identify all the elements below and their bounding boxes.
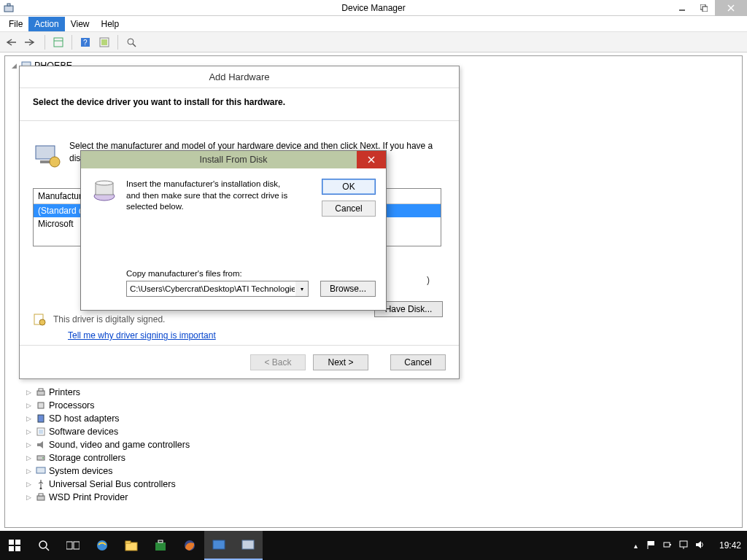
tree-item[interactable]: ▷ Printers bbox=[7, 386, 740, 399]
path-dropdown-icon[interactable]: ▾ bbox=[295, 281, 309, 297]
network-icon[interactable] bbox=[678, 540, 689, 551]
svg-rect-59 bbox=[670, 544, 671, 545]
usb-icon bbox=[35, 478, 47, 490]
taskbar-store-icon[interactable] bbox=[146, 531, 175, 560]
expand-icon[interactable]: ▷ bbox=[24, 454, 33, 462]
svg-rect-54 bbox=[213, 540, 225, 549]
tree-item[interactable]: ▷ Software devices bbox=[7, 425, 740, 438]
tree-item[interactable]: ▷ Universal Serial Bus controllers bbox=[7, 478, 740, 491]
ok-button[interactable]: OK bbox=[322, 179, 376, 195]
menu-file[interactable]: File bbox=[3, 17, 28, 31]
cpu-icon bbox=[35, 400, 47, 411]
svg-rect-50 bbox=[125, 541, 131, 543]
taskbar-firefox-icon[interactable] bbox=[175, 531, 204, 560]
cancel-button[interactable]: Cancel bbox=[322, 201, 376, 217]
taskbar-explorer-icon[interactable] bbox=[117, 531, 146, 560]
tree-item[interactable]: ▷ Storage controllers bbox=[7, 451, 740, 464]
maximize-button[interactable] bbox=[693, 0, 715, 16]
printer-icon bbox=[35, 386, 47, 398]
install-from-disk-dialog: Install From Disk Insert the manufacture… bbox=[80, 150, 387, 311]
tree-item[interactable]: ▷ System devices bbox=[7, 464, 740, 478]
wizard-heading: Select the device driver you want to ins… bbox=[33, 97, 446, 107]
window-titlebar: Device Manager bbox=[0, 0, 747, 16]
svg-point-34 bbox=[39, 319, 45, 325]
svg-marker-62 bbox=[696, 541, 701, 548]
flag-icon[interactable] bbox=[646, 540, 657, 551]
nav-back-icon[interactable] bbox=[4, 34, 20, 50]
path-input[interactable] bbox=[126, 281, 309, 297]
app-icon bbox=[3, 2, 15, 14]
expand-icon[interactable]: ▷ bbox=[24, 481, 33, 488]
svg-rect-0 bbox=[4, 6, 13, 12]
svg-rect-51 bbox=[155, 542, 166, 551]
tree-item[interactable]: ▷ SD host adapters bbox=[7, 412, 740, 425]
toolbar-help-icon[interactable]: ? bbox=[77, 34, 93, 50]
sound-icon bbox=[35, 439, 47, 451]
expand-icon[interactable]: ▷ bbox=[24, 494, 33, 501]
svg-rect-28 bbox=[37, 496, 44, 500]
expand-icon[interactable]: ▷ bbox=[24, 389, 33, 396]
start-button[interactable] bbox=[0, 531, 29, 560]
tree-label: Software devices bbox=[49, 427, 118, 437]
browse-button[interactable]: Browse... bbox=[320, 281, 376, 297]
task-view-icon[interactable] bbox=[58, 531, 88, 560]
svg-rect-46 bbox=[66, 542, 72, 549]
search-icon[interactable] bbox=[29, 531, 58, 560]
wizard-cancel-button[interactable]: Cancel bbox=[390, 354, 446, 370]
tree-item[interactable]: ▷ WSD Print Provider bbox=[7, 491, 740, 504]
svg-rect-7 bbox=[54, 38, 63, 47]
software-icon bbox=[35, 426, 47, 438]
minimize-button[interactable] bbox=[671, 0, 693, 16]
expand-icon[interactable]: ▷ bbox=[24, 441, 33, 448]
svg-rect-4 bbox=[703, 7, 708, 12]
storage-icon bbox=[35, 452, 47, 464]
certificate-icon bbox=[33, 313, 46, 326]
taskbar-ie-icon[interactable] bbox=[88, 531, 117, 560]
svg-rect-41 bbox=[15, 540, 20, 545]
menu-help[interactable]: Help bbox=[96, 17, 125, 31]
taskbar[interactable]: ▴ 19:42 bbox=[0, 531, 747, 560]
tree-label: Sound, video and game controllers bbox=[49, 440, 190, 450]
expand-icon[interactable]: ▷ bbox=[24, 428, 33, 435]
menu-view[interactable]: View bbox=[65, 17, 96, 31]
printer-icon bbox=[35, 491, 47, 503]
volume-icon[interactable] bbox=[694, 540, 705, 551]
dialog-close-button[interactable] bbox=[357, 151, 386, 168]
svg-rect-30 bbox=[36, 146, 55, 159]
system-icon bbox=[35, 465, 47, 477]
svg-rect-20 bbox=[38, 415, 44, 422]
toolbar-properties-icon[interactable] bbox=[50, 34, 66, 50]
svg-line-45 bbox=[46, 548, 49, 551]
svg-rect-22 bbox=[39, 429, 43, 434]
svg-point-32 bbox=[50, 157, 60, 167]
driver-signing-link[interactable]: Tell me why driver signing is important bbox=[68, 330, 216, 341]
close-button[interactable] bbox=[715, 0, 747, 16]
tree-item[interactable]: ▷ Sound, video and game controllers bbox=[7, 438, 740, 451]
tree-item[interactable]: ▷ Processors bbox=[7, 399, 740, 412]
taskbar-app-running[interactable] bbox=[204, 531, 233, 560]
tree-label: Printers bbox=[49, 387, 80, 397]
toolbar-scan-icon[interactable] bbox=[96, 34, 112, 50]
expand-icon[interactable]: ▷ bbox=[24, 467, 33, 475]
expand-icon[interactable]: ▷ bbox=[24, 415, 33, 422]
svg-rect-17 bbox=[37, 391, 44, 395]
taskbar-clock[interactable]: 19:42 bbox=[719, 540, 741, 551]
taskbar-devmgr-icon[interactable] bbox=[233, 531, 263, 560]
svg-rect-19 bbox=[38, 402, 44, 408]
wizard-back-button[interactable]: < Back bbox=[250, 354, 306, 370]
svg-point-25 bbox=[42, 457, 44, 459]
tray-chevron-up-icon[interactable]: ▴ bbox=[634, 542, 638, 550]
svg-rect-29 bbox=[39, 494, 43, 496]
collapse-icon[interactable]: ◢ bbox=[9, 62, 18, 69]
system-tray[interactable] bbox=[646, 540, 705, 551]
wizard-next-button[interactable]: Next > bbox=[313, 354, 368, 370]
menu-action[interactable]: Action bbox=[28, 17, 64, 31]
power-icon[interactable] bbox=[662, 540, 673, 551]
toolbar-search-icon[interactable] bbox=[123, 34, 139, 50]
svg-rect-31 bbox=[40, 160, 50, 163]
device-icon bbox=[33, 140, 62, 169]
nav-forward-icon[interactable] bbox=[23, 34, 39, 50]
expand-icon[interactable]: ▷ bbox=[24, 402, 33, 409]
svg-rect-18 bbox=[39, 389, 43, 391]
svg-rect-49 bbox=[125, 542, 137, 551]
